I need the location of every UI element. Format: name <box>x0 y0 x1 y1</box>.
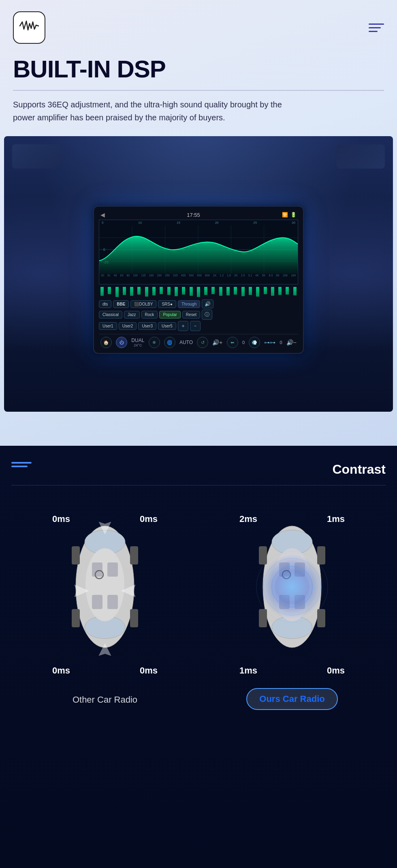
eq-bar <box>278 287 282 295</box>
svg-rect-17 <box>107 595 118 609</box>
popular-button[interactable]: Popular <box>159 311 180 319</box>
our-car-timing-bottom-left: 1ms <box>239 665 257 676</box>
svg-rect-14 <box>92 562 102 577</box>
eq-bar <box>197 287 200 297</box>
rock-button[interactable]: Rock <box>141 311 158 319</box>
page-title: BUILT-IN DSP <box>0 52 397 83</box>
comparison-area: 0ms 0ms <box>11 502 386 710</box>
eq-bar <box>256 287 259 297</box>
hamburger-line-2 <box>369 27 381 28</box>
other-car-timing-bottom-right: 0ms <box>140 665 158 676</box>
eq-bar <box>226 287 230 295</box>
srs-button[interactable]: SRS● <box>158 300 176 308</box>
user1-button[interactable]: User1 <box>99 322 117 330</box>
our-car-top-view: 2ms 1ms <box>239 510 345 680</box>
eq-bar <box>137 287 141 295</box>
reset-button[interactable]: Reset <box>182 311 200 319</box>
svg-text:0: 0 <box>103 248 105 252</box>
left-vent <box>12 144 61 169</box>
ac-controls: 🏠 ⏻ DUAL 24°C ❄ 🌀 AUTO ↺ 🔊+ ⬅ 0 💨 ⊶⊶ 0 <box>99 334 298 348</box>
back-home[interactable]: ⬅ <box>227 337 238 348</box>
contrast-label: Contrast <box>332 462 386 477</box>
our-car-section: 2ms 1ms <box>198 502 386 710</box>
home-button[interactable]: 🏠 <box>100 337 112 348</box>
dsp-controls: dts BBE ⬛DOLBY SRS● Through 🔊 Classical … <box>99 298 298 334</box>
dsp-button-row-1: dts BBE ⬛DOLBY SRS● Through 🔊 <box>99 299 298 308</box>
car-interior-background: ◀ 17:55 🛜 🔋 51015202530 <box>4 136 393 412</box>
eq-bar <box>271 287 274 296</box>
dts-button[interactable]: dts <box>99 300 111 308</box>
eq-bar <box>100 287 104 296</box>
our-car-timing-bottom-right: 0ms <box>327 665 345 676</box>
eq-bar <box>241 287 245 296</box>
svg-rect-20 <box>130 546 138 564</box>
bbe-button[interactable]: BBE <box>113 300 129 308</box>
other-car-label: Other Car Radio <box>73 695 137 705</box>
eq-curve-svg: 0 -20 <box>99 225 298 274</box>
power-button[interactable]: ⏻ <box>116 337 127 348</box>
eq-bar <box>219 287 222 296</box>
info-button[interactable]: ⓘ <box>202 310 212 320</box>
our-car-svg <box>252 510 333 664</box>
other-car-timing-top-left: 0ms <box>52 514 70 524</box>
our-car-visual <box>239 510 345 664</box>
bottom-section: Contrast 0ms 0ms <box>0 446 397 868</box>
dsp-unit: ◀ 17:55 🛜 🔋 51015202530 <box>93 206 304 354</box>
volume-down-btn[interactable]: 🔊− <box>286 339 297 346</box>
back-button[interactable]: ◀ <box>100 212 105 218</box>
eq-bar <box>211 287 215 294</box>
svg-rect-36 <box>259 546 267 564</box>
eq-bar <box>145 287 148 297</box>
other-car-svg <box>64 510 145 664</box>
svg-rect-38 <box>259 609 267 627</box>
svg-point-13 <box>85 548 124 621</box>
through-button[interactable]: Through <box>178 300 200 308</box>
battery-icon: 🔋 <box>290 212 297 218</box>
our-car-label: Ours Car Radio <box>246 688 337 710</box>
ac-mode: DUAL 24°C <box>131 338 144 347</box>
svg-rect-16 <box>92 595 102 609</box>
ac-temp-btn[interactable]: 💨 <box>249 337 260 348</box>
contrast-header: Contrast <box>11 462 386 477</box>
eq-bar <box>160 287 163 294</box>
jazz-button[interactable]: Jazz <box>124 311 140 319</box>
add-button[interactable]: ＋ <box>178 321 188 331</box>
fan-button[interactable]: 🌀 <box>164 337 175 348</box>
user5-button[interactable]: User5 <box>158 322 176 330</box>
eq-top-labels: 51015202530 <box>99 220 298 225</box>
wifi-icon: 🛜 <box>282 212 288 218</box>
eq-bar <box>108 287 111 294</box>
user2-button[interactable]: User2 <box>119 322 137 330</box>
svg-rect-22 <box>130 609 138 627</box>
speaker-button[interactable]: 🔊 <box>202 299 213 308</box>
eq-bar <box>264 287 267 294</box>
contrast-decoration <box>11 462 32 467</box>
dsp-button-row-3: User1 User2 User3 User5 ＋ － <box>99 321 298 331</box>
svg-point-30 <box>273 548 312 621</box>
logo-icon <box>19 18 39 38</box>
eq-bar <box>234 287 237 295</box>
eq-sliders <box>99 286 298 298</box>
dolby-button[interactable]: ⬛DOLBY <box>130 300 156 308</box>
eq-display: 51015202530 <box>99 220 298 284</box>
user3-button[interactable]: User3 <box>138 322 156 330</box>
snowflake-button[interactable]: ❄ <box>149 337 160 348</box>
eq-bar <box>293 287 297 295</box>
volume-up-btn[interactable]: 🔊+ <box>212 339 222 346</box>
eq-bar <box>152 287 156 295</box>
classical-button[interactable]: Classical <box>99 311 122 319</box>
hamburger-line-1 <box>369 24 384 25</box>
eq-bar <box>182 287 185 295</box>
eq-freq-labels: 2031406380100 125160200250315 4005006308… <box>99 274 298 277</box>
contrast-divider <box>11 485 386 485</box>
title-divider <box>13 90 384 91</box>
svg-rect-15 <box>107 562 118 577</box>
menu-button[interactable] <box>369 24 384 32</box>
screen-time: 17:55 <box>187 212 200 218</box>
other-car-timing-top-right: 0ms <box>140 514 158 524</box>
eq-bar <box>286 287 289 295</box>
recycle-button[interactable]: ↺ <box>197 337 208 348</box>
minus-button[interactable]: － <box>190 321 201 331</box>
svg-rect-37 <box>317 546 325 564</box>
contrast-line-1 <box>11 462 32 464</box>
